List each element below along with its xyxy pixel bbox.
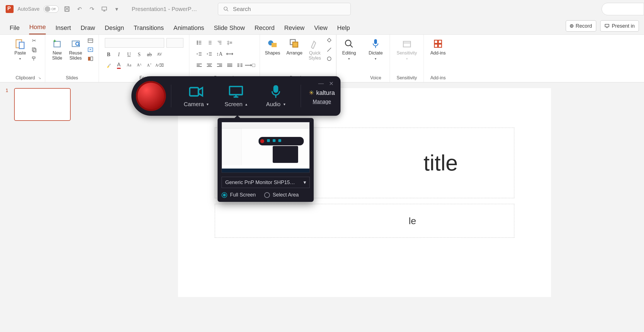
section-icon[interactable] — [87, 55, 94, 62]
screen-preview[interactable] — [222, 122, 310, 173]
svg-point-3 — [224, 7, 227, 10]
present-icon — [604, 23, 610, 29]
tab-help[interactable]: Help — [337, 24, 350, 34]
bold-button[interactable]: B — [105, 51, 113, 58]
editing-button[interactable]: Editing ▾ — [341, 37, 358, 62]
microphone-icon — [270, 85, 281, 99]
audio-toggle[interactable]: Audio▾ — [256, 85, 296, 108]
font-size-combo[interactable] — [166, 38, 183, 48]
subtitle-placeholder-text: le — [409, 215, 416, 226]
title-placeholder-text: title — [424, 150, 458, 176]
search-box[interactable] — [218, 3, 351, 15]
subtitle-placeholder[interactable]: le — [215, 204, 514, 238]
highlight-button[interactable] — [105, 61, 113, 69]
close-icon[interactable]: ✕ — [329, 80, 334, 87]
tab-animations[interactable]: Animations — [174, 24, 204, 34]
cut-icon[interactable]: ✂ — [31, 37, 38, 44]
change-case-button[interactable]: Aa — [125, 61, 133, 69]
align-right-button[interactable] — [216, 61, 224, 69]
full-screen-radio[interactable]: Full Screen — [222, 192, 256, 198]
columns-button[interactable] — [236, 61, 244, 69]
qat-overflow-icon[interactable]: ▾ — [112, 5, 121, 13]
tab-transitions[interactable]: Transitions — [134, 24, 164, 34]
paste-icon — [14, 38, 26, 49]
shape-effects-icon[interactable] — [326, 55, 333, 62]
search-input[interactable] — [233, 6, 345, 12]
line-spacing-button[interactable]: ‡≡ — [226, 39, 234, 47]
strikethrough-button[interactable]: ab — [146, 51, 153, 58]
screen-toggle[interactable]: Screen▴ — [216, 85, 256, 108]
tab-slide-show[interactable]: Slide Show — [214, 24, 245, 34]
increase-indent-button[interactable] — [205, 50, 213, 58]
record-button[interactable]: Record — [566, 20, 596, 32]
char-spacing-button[interactable]: AV — [156, 51, 164, 58]
align-text-button[interactable]: ⟷ — [226, 50, 234, 58]
font-color-button[interactable]: A — [115, 61, 123, 69]
bullets-button[interactable] — [195, 39, 203, 47]
reuse-slides-button[interactable]: Reuse Slides — [67, 37, 84, 62]
slide-thumbnail-1[interactable] — [14, 88, 71, 121]
shadow-button[interactable]: S — [135, 51, 143, 58]
grow-font-button[interactable]: A^ — [135, 61, 143, 69]
monitor-select[interactable]: Generic PnP Monitor SHP15… ▾ — [222, 177, 310, 188]
save-icon[interactable] — [63, 5, 71, 13]
dictate-button[interactable]: Dictate ▾ — [367, 37, 385, 62]
thumbnail-pane[interactable]: 1 — [0, 82, 85, 332]
tab-record[interactable]: Record — [255, 24, 275, 34]
align-left-button[interactable] — [195, 61, 203, 69]
quick-styles-button[interactable]: Quick Styles — [307, 37, 323, 62]
font-name-combo[interactable] — [105, 38, 164, 48]
arrange-label: Arrange — [286, 51, 302, 56]
underline-button[interactable]: U — [125, 51, 133, 58]
text-direction-button[interactable]: ↕A — [216, 50, 224, 58]
chevron-down-icon: ▾ — [19, 57, 21, 61]
select-area-radio[interactable]: Select Area — [264, 192, 299, 198]
autosave-toggle[interactable]: Off — [44, 5, 59, 13]
new-slide-button[interactable]: New Slide — [50, 37, 64, 62]
dialog-launcher-icon[interactable]: ↘ — [38, 76, 41, 80]
arrange-button[interactable]: Arrange — [285, 37, 304, 57]
chevron-up-icon: ▴ — [245, 102, 247, 106]
powerpoint-app-icon — [6, 5, 14, 13]
camera-toggle[interactable]: Camera▾ — [176, 85, 216, 108]
tab-view[interactable]: View — [314, 24, 328, 34]
tab-review[interactable]: Review — [284, 24, 305, 34]
camera-icon — [189, 85, 203, 99]
paste-button[interactable]: Paste ▾ — [13, 37, 28, 62]
shrink-font-button[interactable]: A˅ — [146, 61, 153, 69]
tab-draw[interactable]: Draw — [81, 24, 95, 34]
format-painter-icon[interactable] — [31, 55, 38, 62]
from-beginning-icon[interactable] — [100, 5, 109, 13]
clear-format-button[interactable]: A⌫ — [156, 61, 164, 69]
reset-icon[interactable] — [87, 46, 94, 53]
tab-design[interactable]: Design — [105, 24, 124, 34]
tab-insert[interactable]: Insert — [55, 24, 71, 34]
layout-icon[interactable] — [87, 37, 94, 44]
addins-button[interactable]: Add-ins — [429, 37, 447, 57]
tab-home[interactable]: Home — [29, 23, 46, 34]
decrease-indent-button[interactable] — [195, 50, 203, 58]
numbering-button[interactable] — [205, 39, 213, 47]
copy-icon[interactable] — [31, 46, 38, 53]
present-button[interactable]: Present in — [600, 20, 639, 32]
justify-button[interactable] — [226, 61, 234, 69]
smartart-button[interactable]: ⟶□ — [246, 61, 254, 69]
record-button[interactable] — [136, 81, 166, 111]
italic-button[interactable]: I — [115, 51, 123, 58]
svg-rect-20 — [272, 43, 277, 47]
minimize-icon[interactable]: — — [318, 80, 324, 87]
sensitivity-button[interactable]: Sensitivity ▾ — [395, 37, 419, 62]
present-button-label: Present in — [612, 23, 635, 29]
list-level-button[interactable] — [216, 39, 224, 47]
undo-icon[interactable]: ↶ — [75, 5, 84, 13]
kaltura-recorder-bar[interactable]: Camera▾ Screen▴ Audio▾ ✳kaltura Manage —… — [131, 76, 341, 116]
tab-file[interactable]: File — [10, 24, 19, 34]
account-area[interactable] — [602, 3, 644, 15]
redo-icon[interactable]: ↷ — [88, 5, 96, 13]
shape-fill-icon[interactable] — [326, 37, 333, 44]
align-center-button[interactable] — [205, 61, 213, 69]
shapes-button[interactable]: Shapes — [263, 37, 282, 57]
manage-link[interactable]: Manage — [313, 99, 331, 105]
svg-rect-29 — [434, 44, 437, 47]
shape-outline-icon[interactable] — [326, 46, 333, 53]
